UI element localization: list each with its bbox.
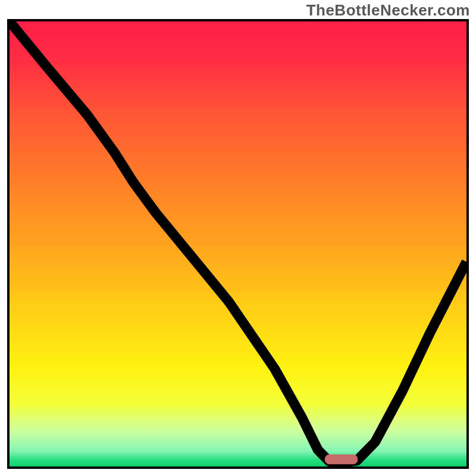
- brand-watermark: TheBottleNecker.com: [306, 1, 470, 20]
- chart-wrapper: TheBottleNecker.com: [0, 0, 476, 476]
- chart-svg: [10, 21, 466, 466]
- chart-plot: [7, 19, 469, 469]
- marker-optimal: [325, 455, 358, 464]
